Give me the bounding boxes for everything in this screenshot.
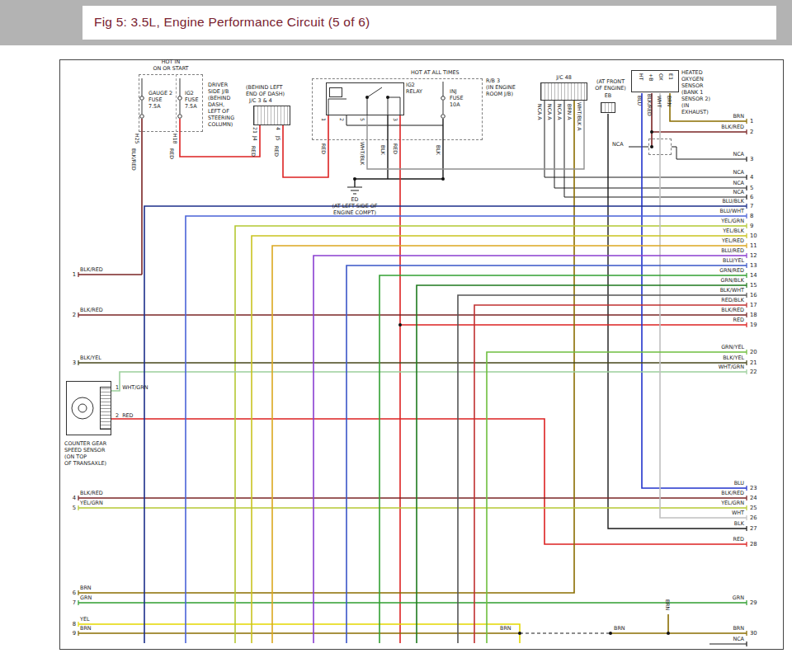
rotated-wire-label: 2: [339, 118, 345, 121]
rotated-wire-label: BLU: [637, 96, 643, 106]
right-pin-number: 27: [750, 525, 757, 532]
right-pin-label: BLK/RED: [652, 307, 744, 313]
right-pin-label: YEL/RED: [652, 237, 744, 244]
rotated-wire-label: WHT/BLK A: [577, 102, 582, 131]
right-pin-label: BLK/YEL: [652, 355, 744, 361]
left-pin-label: BLK/RED: [80, 490, 146, 496]
right-pin-label: BLU/YEL: [652, 257, 744, 264]
right-pin-number: 2: [750, 129, 753, 135]
brn-inline-label-2: BRN: [614, 625, 635, 632]
jc48-box: [540, 82, 587, 101]
left-pin-number: 1: [64, 271, 76, 278]
left-pin-number: 5: [64, 505, 76, 511]
right-pin-number: 25: [750, 505, 757, 511]
right-pin-label: RED: [652, 317, 744, 323]
right-pin-label: BRN: [652, 625, 744, 632]
right-pin-number: 13: [750, 262, 757, 269]
right-pin-label: NCA: [652, 169, 744, 176]
right-pin-label: WHT/GRN: [652, 364, 744, 370]
right-pin-label: RED/BLK: [652, 297, 744, 303]
right-pin-number: 14: [750, 272, 757, 279]
left-pin-label: BRN: [80, 625, 146, 632]
right-pin-label: YEL/BLK: [652, 228, 744, 234]
right-pin-number: 8: [750, 213, 753, 219]
speed-sensor-pin1-label: 1 WHT/GRN: [116, 384, 165, 391]
wiring-diagram: HOT INON OR STARTGAUGE 2FUSE7.5AIG2FUSE7…: [0, 0, 792, 672]
left-pin-label: BLK/RED: [80, 266, 146, 273]
left-pin-label: YEL: [80, 616, 146, 623]
right-pin-number: 23: [750, 485, 757, 491]
right-pin-label: NCA: [652, 189, 744, 195]
ed-label: ED: [338, 196, 371, 203]
brn-inline-label-1: BRN: [500, 625, 521, 632]
right-pin-label: YEL/GRN: [652, 500, 744, 506]
rb3-label: R/B 3(IN ENGINEROOM J/B): [486, 78, 532, 97]
rotated-wire-label: 3: [393, 118, 398, 121]
eb-location-label: (AT FRONTOF ENGINE): [587, 78, 634, 92]
right-pin-number: 7: [750, 203, 753, 209]
left-pin-number: 3: [64, 359, 76, 366]
hot-at-all-times-label: HOT AT ALL TIMES: [411, 69, 485, 76]
right-pin-number: 26: [750, 515, 757, 521]
right-pin-label: GRN/BLK: [652, 277, 744, 284]
speed-sensor-hatch: [100, 387, 111, 430]
rotated-wire-label: RED: [393, 143, 398, 154]
rotated-wire-label: RED: [274, 146, 280, 157]
rotated-wire-label: BLK: [380, 145, 386, 155]
left-pin-number: 4: [64, 495, 76, 501]
rotated-wire-label: 1: [321, 118, 327, 121]
left-pin-number: 6: [64, 590, 76, 596]
left-pin-number: 7: [64, 599, 76, 606]
right-pin-number: 6: [750, 194, 753, 200]
right-pin-number: 5: [750, 185, 753, 191]
left-pin-number: 9: [64, 630, 76, 637]
right-pin-label: BLU/BLK: [652, 198, 744, 204]
jc34-location-label: (BEHIND LEFTEND OF DASH) J/C 3 & 4: [246, 84, 299, 104]
nca-callout-label: NCA: [612, 141, 630, 148]
right-pin-label: RED: [652, 536, 744, 543]
ed-location-label: (AT LEFT SIDE OFENGINE COMPT): [322, 203, 388, 216]
right-pin-label: BLU/RED: [652, 247, 744, 254]
right-pin-number: 30: [750, 630, 757, 637]
right-pin-number: 24: [750, 495, 757, 501]
rotated-wire-label: WHT: [657, 96, 662, 108]
right-pin-label: NCA: [652, 151, 744, 157]
rotated-wire-label: BRN A: [567, 104, 573, 120]
driver-jb-label: DRIVERSIDE J/B(BEHINDDASH,LEFT OFSTEERIN…: [208, 82, 248, 128]
ig2-relay-label: IG2RELAY: [406, 82, 439, 95]
right-pin-label: GRN: [652, 594, 744, 601]
right-pin-label: WHT: [652, 510, 744, 516]
left-pin-label: YEL/GRN: [80, 500, 146, 506]
rotated-wire-label: +B: [648, 73, 654, 81]
rotated-wire-label: NCA A: [557, 104, 563, 120]
rotated-wire-label: HT: [639, 73, 644, 80]
left-pin-label: BLK/RED: [80, 307, 146, 313]
right-pin-label: NCA: [652, 636, 744, 642]
right-pin-label: BLK/RED: [652, 124, 744, 130]
eb-box: [601, 102, 615, 113]
speed-sensor-pin2-label: 2 RED: [116, 412, 148, 419]
right-pin-number: 11: [750, 242, 757, 249]
right-pin-number: 20: [750, 349, 757, 355]
rotated-wire-label: NCA A: [547, 104, 553, 120]
right-pin-label: BRN: [652, 113, 744, 120]
left-pin-label: GRN: [80, 594, 146, 601]
left-pin-label: BRN: [80, 585, 146, 591]
rotated-wire-label: BLK: [436, 145, 441, 155]
rotated-wire-label: RED: [251, 146, 257, 157]
screenshot-root: Fig 5: 3.5L, Engine Performance Circuit …: [0, 0, 792, 672]
left-pin-label: BLK/YEL: [80, 355, 146, 361]
right-pin-label: BLK/RED: [652, 490, 744, 496]
rotated-wire-label: RED: [321, 143, 327, 154]
right-pin-number: 4: [750, 174, 753, 181]
right-pin-label: GRN/YEL: [652, 344, 744, 350]
right-pin-number: 17: [750, 302, 757, 308]
rotated-wire-label: J4: [252, 136, 258, 141]
right-pin-number: 28: [750, 541, 757, 547]
rotated-wire-label: E1: [668, 73, 674, 80]
right-pin-number: 12: [750, 252, 757, 259]
right-pin-label: BLK: [652, 520, 744, 527]
rotated-wire-label: H18: [172, 134, 178, 144]
right-pin-number: 29: [750, 599, 757, 606]
jc48-label: J/C 48: [540, 74, 587, 81]
